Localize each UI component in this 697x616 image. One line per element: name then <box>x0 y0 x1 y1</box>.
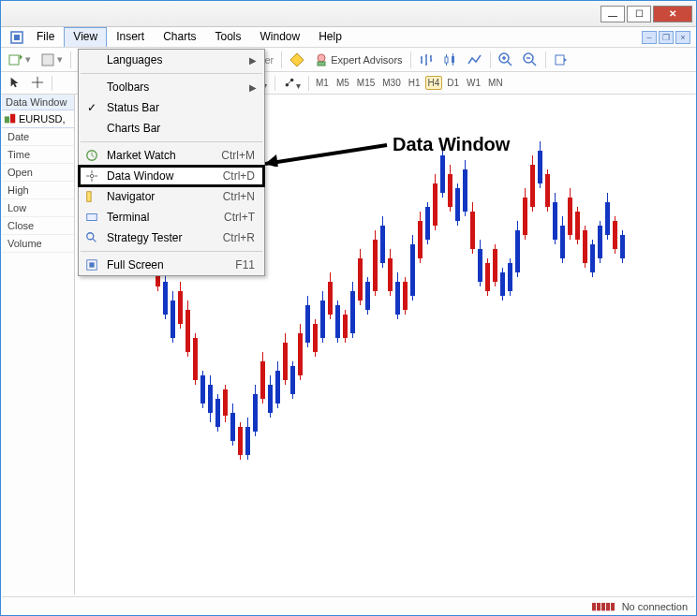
candle <box>605 95 609 581</box>
candle <box>598 95 601 581</box>
candle <box>485 95 489 581</box>
candle <box>380 95 384 581</box>
periodicity-button[interactable]: ▾ <box>279 74 304 93</box>
line-chart-button[interactable] <box>464 51 486 69</box>
svg-rect-29 <box>89 262 94 267</box>
data-window-symbol: EURUSD, <box>2 110 74 128</box>
candle <box>313 95 317 581</box>
menu-full-screen[interactable]: Full ScreenF11 <box>79 255 264 275</box>
candle <box>268 95 272 581</box>
candle <box>425 95 429 581</box>
connection-bars-icon: ▮▮▮▮▮ <box>591 600 615 612</box>
candle <box>568 95 571 581</box>
svg-rect-25 <box>87 192 91 202</box>
new-chart-button[interactable]: ▾ <box>5 51 35 69</box>
tf-h1-button[interactable]: H1 <box>406 76 423 90</box>
candle <box>418 95 422 581</box>
candle <box>545 95 549 581</box>
menu-data-window[interactable]: Data WindowCtrl+D <box>79 166 264 186</box>
candle <box>515 95 519 581</box>
candle <box>298 95 302 581</box>
mdi-close-button[interactable]: × <box>675 31 690 44</box>
mdi-restore-button[interactable]: ❐ <box>659 31 674 44</box>
svg-line-30 <box>265 145 387 164</box>
svg-rect-14 <box>445 57 448 63</box>
candlestick-chart-button[interactable] <box>439 51 462 69</box>
mdi-minimize-button[interactable]: – <box>642 31 657 44</box>
menu-status-bar[interactable]: ✓ Status Bar <box>79 97 264 118</box>
tf-w1-button[interactable]: W1 <box>464 76 483 90</box>
metaquotes-button[interactable] <box>286 51 308 69</box>
crosshair-button[interactable] <box>27 74 48 93</box>
clock-icon <box>84 148 99 163</box>
menu-languages[interactable]: Languages▶ <box>79 50 264 70</box>
status-bar: ▮▮▮▮▮ No connection <box>2 596 695 615</box>
tf-m1-button[interactable]: M1 <box>313 76 332 90</box>
svg-rect-26 <box>87 214 97 221</box>
candle <box>373 95 377 581</box>
menu-view[interactable]: View <box>64 27 107 47</box>
zoom-out-button[interactable] <box>519 51 541 69</box>
candle <box>508 95 512 581</box>
menu-window[interactable]: Window <box>251 27 310 47</box>
candle <box>530 95 534 581</box>
window-close-button[interactable] <box>653 6 692 22</box>
profiles-button[interactable]: ▾ <box>37 51 67 69</box>
menu-navigator[interactable]: NavigatorCtrl+N <box>79 186 264 207</box>
tf-mn-button[interactable]: MN <box>485 76 506 90</box>
candle <box>335 95 339 581</box>
symbol-label: EURUSD, <box>19 113 66 125</box>
menu-charts-bar[interactable]: Charts Bar <box>79 118 264 139</box>
row-high: High <box>2 182 74 199</box>
tf-m15-button[interactable]: M15 <box>354 76 378 90</box>
candle <box>358 95 362 581</box>
row-time: Time <box>2 146 74 164</box>
tf-h4-button[interactable]: H4 <box>425 76 443 90</box>
tf-d1-button[interactable]: D1 <box>444 76 462 90</box>
svg-rect-21 <box>5 116 9 123</box>
row-open: Open <box>2 164 74 182</box>
zoom-in-button[interactable] <box>495 51 517 69</box>
candle <box>410 95 414 581</box>
menu-charts[interactable]: Charts <box>154 27 205 47</box>
data-window-panel: Data Window EURUSD, Date Time Open High … <box>2 95 75 594</box>
candle <box>283 95 287 581</box>
crosshair-icon <box>84 169 99 183</box>
expert-advisors-button[interactable]: Expert Advisors <box>310 51 406 69</box>
view-dropdown: Languages▶ Toolbars▶ ✓ Status Bar Charts… <box>78 49 265 276</box>
candle <box>620 95 624 581</box>
candle <box>553 95 556 581</box>
candle <box>560 95 564 581</box>
check-icon: ✓ <box>84 100 99 115</box>
menu-market-watch[interactable]: Market WatchCtrl+M <box>79 145 264 166</box>
menu-tools[interactable]: Tools <box>206 27 251 47</box>
menu-bar: File View Insert Charts Tools Window Hel… <box>1 27 696 48</box>
window-minimize-button[interactable] <box>601 6 625 22</box>
menu-toolbars[interactable]: Toolbars▶ <box>79 77 264 97</box>
candle <box>433 95 437 581</box>
row-date: Date <box>2 128 74 146</box>
svg-point-27 <box>87 233 94 240</box>
svg-rect-13 <box>318 62 325 66</box>
window-maximize-button[interactable] <box>627 6 651 22</box>
row-volume: Volume <box>2 235 74 253</box>
candle <box>440 95 444 581</box>
svg-point-12 <box>318 54 325 62</box>
tf-m5-button[interactable]: M5 <box>334 76 352 90</box>
svg-rect-2 <box>9 55 19 65</box>
candle <box>455 95 459 581</box>
menu-file[interactable]: File <box>27 27 64 47</box>
svg-rect-3 <box>42 54 53 66</box>
candle <box>328 95 332 581</box>
svg-rect-1 <box>14 35 20 40</box>
cursor-button[interactable] <box>5 74 25 93</box>
menu-strategy-tester[interactable]: Strategy TesterCtrl+R <box>79 227 264 248</box>
menu-terminal[interactable]: TerminalCtrl+T <box>79 207 264 227</box>
menu-insert[interactable]: Insert <box>107 27 154 47</box>
bar-chart-button[interactable] <box>415 51 437 69</box>
svg-rect-18 <box>556 55 564 65</box>
tf-m30-button[interactable]: M30 <box>379 76 403 90</box>
menu-help[interactable]: Help <box>309 27 351 47</box>
svg-point-24 <box>90 174 94 178</box>
auto-scroll-button[interactable] <box>550 51 572 69</box>
